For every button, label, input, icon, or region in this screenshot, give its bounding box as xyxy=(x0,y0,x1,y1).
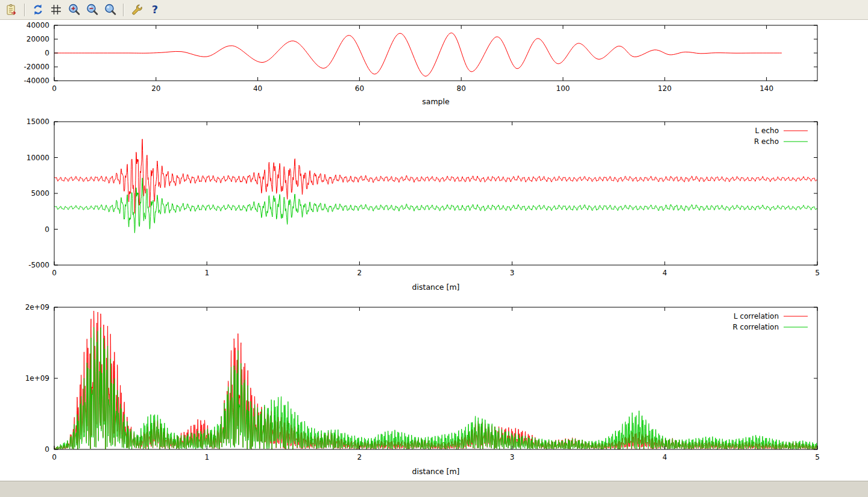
help-icon: ? xyxy=(148,3,162,16)
legend-label: L echo xyxy=(755,127,779,135)
x-axis-label-echo: distance [m] xyxy=(412,283,460,292)
zoom-in-icon xyxy=(68,3,81,16)
legend-label: R echo xyxy=(754,137,779,146)
svg-text:0: 0 xyxy=(52,84,57,93)
status-bar xyxy=(0,481,868,497)
svg-text:20000: 20000 xyxy=(27,35,49,43)
svg-text:-20000: -20000 xyxy=(24,63,49,71)
chart-correlation: 01234501e+092e+09distance [m]L correlati… xyxy=(25,303,820,476)
svg-text:2: 2 xyxy=(357,269,362,277)
help-button[interactable]: ? xyxy=(146,2,163,18)
x-axis-label-correlation: distance [m] xyxy=(412,467,460,476)
svg-text:1: 1 xyxy=(204,453,209,461)
svg-text:120: 120 xyxy=(658,84,671,93)
settings-icon xyxy=(130,3,143,16)
grid-icon xyxy=(49,3,63,16)
svg-text:0: 0 xyxy=(45,225,49,234)
plot-area-waveform[interactable] xyxy=(54,25,817,81)
svg-text:140: 140 xyxy=(760,84,773,93)
svg-text:2: 2 xyxy=(357,453,362,461)
export-icon xyxy=(5,3,18,16)
svg-text:4: 4 xyxy=(662,453,667,461)
settings-button[interactable] xyxy=(128,2,145,18)
svg-text:5000: 5000 xyxy=(31,189,49,198)
svg-text:-5000: -5000 xyxy=(28,261,49,269)
svg-text:20: 20 xyxy=(151,84,160,93)
svg-text:5: 5 xyxy=(815,269,820,277)
chart-echo: 012345-5000050001000015000distance [m]L … xyxy=(27,117,820,292)
zoom-out-button[interactable] xyxy=(84,2,100,18)
toolbar-separator xyxy=(123,4,124,16)
svg-text:?: ? xyxy=(151,3,157,16)
svg-text:3: 3 xyxy=(510,269,515,277)
zoom-reset-button[interactable] xyxy=(102,2,118,18)
svg-text:1: 1 xyxy=(204,269,209,277)
zoom-reset-icon xyxy=(104,3,117,16)
plots-svg: 020406080100120140-40000-200000200004000… xyxy=(0,20,868,481)
svg-text:5: 5 xyxy=(815,453,820,461)
toolbar-separator xyxy=(24,4,25,16)
zoom-in-button[interactable] xyxy=(66,2,82,18)
toolbar: ? xyxy=(0,0,868,20)
svg-text:15000: 15000 xyxy=(27,117,49,126)
svg-text:2e+09: 2e+09 xyxy=(25,303,49,311)
svg-text:10000: 10000 xyxy=(27,154,49,162)
svg-text:0: 0 xyxy=(52,453,57,461)
plot-canvas: 020406080100120140-40000-200000200004000… xyxy=(0,20,868,481)
legend-label: R correlation xyxy=(732,323,779,331)
replot-button[interactable] xyxy=(30,2,46,18)
plot-area-echo[interactable] xyxy=(54,122,817,265)
svg-text:-40000: -40000 xyxy=(24,77,49,85)
replot-icon xyxy=(31,3,45,16)
svg-text:0: 0 xyxy=(45,49,49,57)
chart-waveform: 020406080100120140-40000-200000200004000… xyxy=(24,21,817,106)
svg-text:60: 60 xyxy=(355,84,364,93)
svg-text:80: 80 xyxy=(457,84,466,93)
svg-text:0: 0 xyxy=(45,445,49,454)
plot-area-correlation[interactable] xyxy=(54,307,817,449)
grid-button[interactable] xyxy=(48,2,64,18)
svg-text:4: 4 xyxy=(662,269,667,277)
svg-text:100: 100 xyxy=(556,84,570,93)
x-axis-label-waveform: sample xyxy=(422,97,450,106)
legend-label: L correlation xyxy=(734,312,779,320)
svg-text:40000: 40000 xyxy=(27,21,49,30)
svg-text:0: 0 xyxy=(52,269,57,277)
svg-text:3: 3 xyxy=(510,453,515,461)
svg-text:40: 40 xyxy=(253,84,262,93)
svg-text:1e+09: 1e+09 xyxy=(25,374,49,383)
export-button[interactable] xyxy=(3,2,19,18)
zoom-out-icon xyxy=(86,3,99,16)
